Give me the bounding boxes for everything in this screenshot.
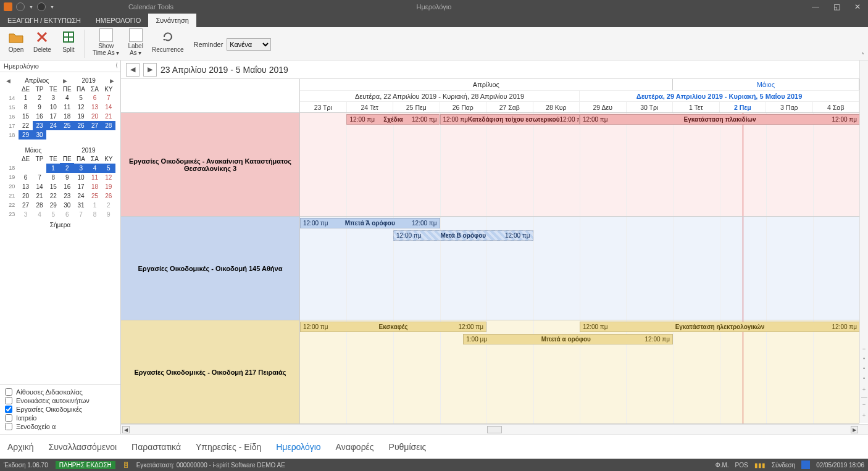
mini-cal-day[interactable]: 15 (46, 182, 60, 191)
day-header[interactable]: 26 Παρ (440, 102, 487, 112)
mini-cal-day[interactable]: 25 (61, 121, 74, 130)
mini-cal-day[interactable]: 30 (33, 130, 46, 140)
day-header[interactable]: 23 Τρι (300, 102, 347, 112)
mini-cal-day[interactable]: 16 (33, 112, 46, 121)
bottom-tab[interactable]: Αναφορές (336, 442, 374, 452)
mini-cal-day[interactable]: 28 (102, 121, 115, 130)
resource-grid[interactable]: 12:00 πμ Εκσκαφές 12:00 πμ 12:00 πμ Εγκα… (300, 320, 859, 423)
filter-item[interactable]: Εργασίες Οικοδομικές (5, 406, 115, 413)
year-nav-button[interactable]: ▶ (109, 78, 115, 84)
mini-cal-day[interactable]: 2 (33, 93, 46, 102)
minimize-button[interactable]: — (805, 0, 826, 14)
bottom-tab[interactable]: Αρχική (7, 442, 34, 452)
pin-icon[interactable]: ⟨ (115, 62, 118, 69)
mini-cal-day[interactable]: 12 (74, 102, 88, 112)
ribbon-delete[interactable]: Delete (30, 28, 55, 53)
zoom-minus-icon[interactable]: − (862, 346, 866, 352)
calendar-event[interactable]: 12:00 πμ Μπετά Ά ορόφου 12:00 πμ (300, 218, 440, 228)
mini-cal-day[interactable]: 15 (19, 112, 32, 121)
mini-cal-day[interactable]: 16 (61, 182, 74, 191)
zoom-plus-icon[interactable]: ＋ (861, 385, 867, 393)
menu-appointment[interactable]: Συνάντηση (148, 14, 196, 27)
mini-cal-day[interactable]: 4 (88, 164, 101, 173)
mini-calendar-april[interactable]: ◀Απρίλιος▶2019▶ΔΕΤΡΤΕΠΕΠΑΣΑΚΥ14123456715… (5, 76, 115, 140)
mini-cal-day[interactable]: 26 (102, 191, 115, 201)
ribbon-show-time-as[interactable]: Show Time As ▾ (89, 28, 123, 56)
mini-cal-day[interactable]: 4 (33, 210, 46, 219)
resource-grid[interactable]: 12:00 πμ Μπετά Ά ορόφου 12:00 πμ 12:00 π… (300, 217, 859, 320)
mini-cal-day[interactable]: 1 (46, 164, 60, 173)
day-header[interactable]: 27 Σαβ (486, 102, 533, 112)
mini-cal-day[interactable] (102, 130, 115, 140)
bottom-tab[interactable]: Συναλλασσόμενοι (49, 442, 117, 452)
vertical-zoom-strip[interactable]: − • • • ＋ − ＋ (859, 60, 868, 423)
mini-cal-day[interactable]: 25 (88, 191, 101, 201)
calendar-event[interactable]: 12:00 πμ Εγκατάσταση πλακιδίων 12:00 πμ (580, 114, 859, 125)
resource-grid[interactable]: 12:00 πμ Σχέδια 12:00 πμ 12:00 πμ Κατεδά… (300, 113, 859, 216)
reminder-select[interactable]: Κανένα (227, 38, 271, 51)
horizontal-scrollbar[interactable]: ◀ ▶ (121, 424, 868, 434)
next-range-button[interactable]: ▶ (143, 63, 157, 77)
scroll-thumb[interactable] (487, 426, 502, 433)
mini-cal-day[interactable]: 22 (46, 191, 60, 201)
mini-cal-day[interactable] (88, 130, 101, 140)
mini-cal-day[interactable]: 24 (74, 191, 88, 201)
day-header[interactable]: 4 Σαβ (813, 102, 860, 112)
scroll-left-button[interactable]: ◀ (122, 426, 130, 433)
mini-cal-day[interactable]: 1 (88, 201, 101, 210)
mini-cal-day[interactable] (61, 130, 74, 140)
mini-cal-day[interactable]: 9 (33, 102, 46, 112)
bottom-tab[interactable]: Ρυθμίσεις (389, 442, 427, 452)
mini-cal-day[interactable]: 6 (61, 210, 74, 219)
mini-cal-day[interactable]: 11 (88, 173, 101, 182)
mini-cal-day[interactable]: 3 (46, 93, 60, 102)
mini-cal-day[interactable]: 12 (102, 173, 115, 182)
mini-cal-day[interactable]: 5 (102, 164, 115, 173)
mini-cal-day[interactable]: 20 (88, 112, 101, 121)
mini-cal-day[interactable]: 22 (19, 121, 32, 130)
close-button[interactable]: ✕ (847, 0, 868, 14)
mini-cal-day[interactable]: 26 (74, 121, 88, 130)
ribbon-recurrence[interactable]: Recurrence (148, 28, 188, 53)
ribbon-open[interactable]: Open (4, 28, 28, 53)
mini-cal-day[interactable]: 8 (19, 102, 32, 112)
menu-calendar[interactable]: ΗΜΕΡΟΛΟΓΙΟ (88, 14, 148, 27)
mini-cal-day[interactable] (19, 164, 32, 173)
filter-item[interactable]: Αίθουσες Διδασκαλίας (5, 388, 115, 396)
day-header[interactable]: 28 Κυρ (533, 102, 580, 112)
zoom-plus-icon[interactable]: ＋ (861, 411, 867, 419)
mini-cal-day[interactable]: 11 (61, 102, 74, 112)
mini-cal-day[interactable] (46, 130, 60, 140)
calendar-event[interactable]: 12:00 πμ Εκσκαφές 12:00 πμ (300, 322, 486, 332)
mini-cal-day[interactable]: 2 (61, 164, 74, 173)
globe-icon[interactable] (16, 2, 25, 11)
day-header[interactable]: 29 Δευ (580, 102, 627, 112)
mini-cal-day[interactable]: 4 (61, 93, 74, 102)
mini-cal-day[interactable]: 9 (61, 173, 74, 182)
mini-cal-day[interactable]: 14 (102, 102, 115, 112)
day-header[interactable]: 25 Πεμ (393, 102, 440, 112)
filter-checkbox[interactable] (5, 406, 12, 413)
menu-export-print[interactable]: ΕΞΑΓΩΓΗ / ΕΚΤΥΠΩΣΗ (0, 14, 88, 27)
bottom-tab[interactable]: Ημερολόγιο (276, 442, 320, 452)
mini-cal-day[interactable]: 6 (88, 93, 101, 102)
prev-month-button[interactable]: ◀ (5, 78, 12, 84)
mini-cal-day[interactable]: 19 (102, 182, 115, 191)
mini-cal-day[interactable]: 20 (19, 191, 32, 201)
mini-cal-day[interactable]: 6 (19, 173, 32, 182)
mini-cal-day[interactable]: 18 (88, 182, 101, 191)
mini-cal-day[interactable]: 1 (19, 93, 32, 102)
ribbon-collapse-icon[interactable]: ˄ (861, 52, 864, 59)
mini-cal-day[interactable]: 24 (46, 121, 60, 130)
mini-cal-day[interactable]: 5 (46, 210, 60, 219)
zoom-minus-icon[interactable]: − (862, 401, 866, 407)
mini-cal-day[interactable]: 13 (88, 102, 101, 112)
calendar-event[interactable]: 12:00 πμ Εγκατάσταση ηλεκτρολογικών 12:0… (580, 322, 859, 332)
mini-cal-day[interactable]: 30 (61, 201, 74, 210)
filter-checkbox[interactable] (5, 423, 12, 430)
mini-cal-day[interactable]: 21 (33, 191, 46, 201)
mini-cal-day[interactable]: 17 (46, 112, 60, 121)
filter-checkbox[interactable] (5, 414, 12, 422)
ribbon-split[interactable]: Split (56, 28, 81, 53)
mini-cal-day[interactable]: 18 (61, 112, 74, 121)
